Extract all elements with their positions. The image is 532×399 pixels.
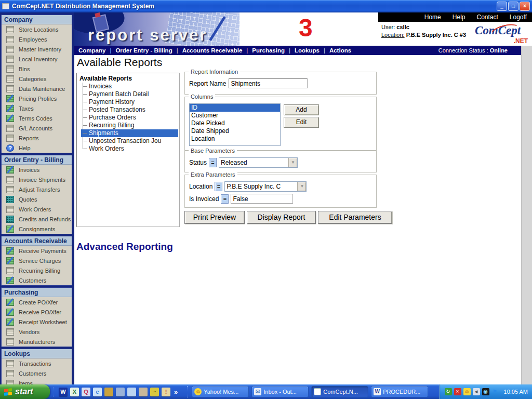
advanced-reporting-link[interactable]: Advanced Reporting: [76, 241, 173, 252]
tree-item-purchase-orders[interactable]: Purchase Orders: [81, 114, 178, 122]
column-item-customer[interactable]: Customer: [190, 112, 280, 119]
menu-lookups[interactable]: Lookups: [290, 47, 324, 54]
sidebar-item-data-maintenance[interactable]: Data Maintenance: [2, 84, 72, 94]
columns-listbox[interactable]: IDCustomerDate PickedDate ShippedLocatio…: [189, 103, 281, 146]
antivirus-icon[interactable]: ×: [454, 388, 461, 395]
ie-icon[interactable]: e: [93, 388, 102, 396]
sidebar-item-bins[interactable]: Bins: [2, 64, 72, 74]
tree-item-payment-history[interactable]: Payment History: [81, 98, 178, 106]
sidebar-item-help[interactable]: Help: [2, 143, 72, 153]
sidebar-item-service-charges[interactable]: Service Charges: [2, 256, 72, 265]
outlook-express-icon[interactable]: [116, 388, 125, 396]
edit-parameters-button[interactable]: Edit Parameters: [318, 211, 392, 224]
top-nav-logoff[interactable]: Logoff: [510, 14, 527, 21]
sidebar-item-work-orders[interactable]: Work Orders: [2, 204, 72, 214]
tree-item-invoices[interactable]: Invoices: [81, 83, 178, 90]
chevron-down-icon[interactable]: ▼: [297, 182, 306, 191]
sidebar-item-invoice-shipments[interactable]: Invoice Shipments: [2, 175, 72, 184]
sidebar-item-credits-and-refunds[interactable]: Credits and Refunds: [2, 214, 72, 224]
sidebar-item-local-inventory[interactable]: Local Inventory: [2, 54, 72, 64]
sidebar-item-categories[interactable]: Categories: [2, 74, 72, 84]
menu-accounts-receivable[interactable]: Accounts Receivable: [178, 47, 247, 54]
display-report-button[interactable]: Display Report: [247, 211, 316, 224]
add-button[interactable]: Add: [284, 104, 319, 115]
status-select[interactable]: Released▼: [219, 157, 298, 168]
sidebar-item-customers[interactable]: Customers: [2, 368, 72, 378]
tree-item-unposted-transaction-jou[interactable]: Unposted Transaction Jou: [81, 137, 178, 145]
sidebar-item-taxes[interactable]: Taxes: [2, 103, 72, 113]
report-name-input[interactable]: [229, 78, 308, 88]
game-icon[interactable]: [104, 388, 113, 396]
group-legend: Report Information: [189, 69, 240, 75]
volume-icon[interactable]: ◄: [473, 388, 480, 395]
updates-icon[interactable]: ↻: [445, 388, 452, 395]
sidebar-item-manufacturers[interactable]: Manufacturers: [2, 337, 72, 347]
download-flag-icon[interactable]: ⚑: [491, 388, 499, 395]
chevron-down-icon[interactable]: ▼: [288, 158, 297, 167]
tree-item-posted-transactions[interactable]: Posted Transactions: [81, 106, 178, 114]
imaging-icon[interactable]: [139, 388, 148, 396]
edit-button[interactable]: Edit: [284, 117, 319, 128]
tree-item-payment-batch-detail[interactable]: Payment Batch Detail: [81, 90, 178, 98]
menu-company[interactable]: Company: [74, 47, 110, 54]
menu-purchasing[interactable]: Purchasing: [248, 47, 289, 54]
excel-icon[interactable]: X: [70, 388, 79, 396]
taskbar-task-procedur[interactable]: WPROCEDUR...: [371, 386, 428, 397]
sidebar-item-terms-codes[interactable]: Terms Codes: [2, 113, 72, 123]
start-button[interactable]: start: [0, 384, 50, 399]
sidebar-item-receive-po-xfer[interactable]: Receive PO/Xfer: [2, 307, 72, 317]
sidebar-item-create-po-xfer[interactable]: Create PO/Xfer: [2, 297, 72, 307]
menu-order-entry-billing[interactable]: Order Entry - Billing: [111, 47, 176, 54]
sidebar-item-vendors[interactable]: Vendors: [2, 327, 72, 337]
vnc-monitor-icon[interactable]: ◉: [482, 388, 489, 395]
taskbar-task-yahoo-mes[interactable]: ☺Yahoo! Mes...: [192, 386, 249, 397]
sidebar-item-reports[interactable]: Reports: [2, 133, 72, 143]
sidebar-item-employees[interactable]: Employees: [2, 34, 72, 44]
taskbar-task-inbox-out[interactable]: ✉Inbox - Out...: [251, 386, 309, 397]
print-preview-button[interactable]: Print Preview: [184, 211, 245, 224]
restore-icon[interactable]: □: [508, 2, 518, 11]
tree-item-shipments[interactable]: Shipments: [81, 129, 178, 137]
column-item-date-shipped[interactable]: Date Shipped: [190, 127, 280, 135]
sidebar-item-receipt-worksheet[interactable]: Receipt Worksheet: [2, 317, 72, 327]
sidebar-item-customers[interactable]: Customers: [2, 275, 72, 285]
location-label[interactable]: Location:: [381, 32, 405, 38]
sidebar-item-quotes[interactable]: Quotes: [2, 194, 72, 204]
location-select[interactable]: P.B.E Supply Inc. C▼: [224, 181, 307, 192]
sidebar-item-receive-payments[interactable]: Receive Payments: [2, 246, 72, 256]
top-nav-home[interactable]: Home: [424, 14, 441, 21]
tree-item-work-orders[interactable]: Work Orders: [81, 145, 178, 153]
alert-icon[interactable]: !: [162, 388, 170, 396]
is-invoiced-input[interactable]: [231, 194, 293, 204]
column-item-date-picked[interactable]: Date Picked: [190, 119, 280, 127]
column-item-id[interactable]: ID: [190, 104, 280, 112]
operator-button[interactable]: =: [221, 194, 229, 204]
column-item-location[interactable]: Location: [190, 135, 280, 143]
sidebar-item-invoices[interactable]: Invoices: [2, 165, 72, 175]
timer-icon[interactable]: ◔: [150, 388, 159, 396]
minimize-icon[interactable]: _: [497, 2, 507, 11]
operator-button[interactable]: =: [209, 158, 217, 167]
tree-item-recurring-billing[interactable]: Recurring Billing: [81, 122, 178, 129]
window-titlebar[interactable]: ComCept.NET Distribution Management Syst…: [0, 0, 532, 12]
sidebar-item-master-inventory[interactable]: Master Inventory: [2, 44, 72, 54]
quick-launch-overflow-chevron[interactable]: »: [173, 388, 179, 396]
sidebar-item-store-locations[interactable]: Store Locations: [2, 24, 72, 34]
quicktime-icon[interactable]: Q: [82, 388, 90, 396]
sidebar-item-adjust-transfers[interactable]: Adjust Transfers: [2, 184, 72, 194]
sidebar-item-g-l-accounts[interactable]: G/L Accounts: [2, 123, 72, 133]
word-icon[interactable]: W: [59, 388, 68, 396]
menu-actions[interactable]: Actions: [325, 47, 355, 54]
tree-root[interactable]: Available Reports: [78, 75, 178, 83]
sidebar-item-pricing-profiles[interactable]: Pricing Profiles: [2, 94, 72, 103]
messenger-icon[interactable]: [127, 388, 136, 396]
close-icon[interactable]: ×: [520, 2, 530, 11]
operator-button[interactable]: =: [215, 182, 222, 191]
yahoo-smiley-icon[interactable]: ☺: [463, 388, 471, 395]
sidebar-item-transactions[interactable]: Transactions: [2, 358, 72, 368]
top-nav-help[interactable]: Help: [453, 14, 466, 21]
top-nav-contact[interactable]: Contact: [476, 14, 498, 21]
sidebar-item-consignments[interactable]: Consignments: [2, 224, 72, 234]
sidebar-item-recurring-billing[interactable]: Recurring Billing: [2, 265, 72, 275]
taskbar-task-comcept-n[interactable]: ComCept.N...: [311, 386, 368, 397]
